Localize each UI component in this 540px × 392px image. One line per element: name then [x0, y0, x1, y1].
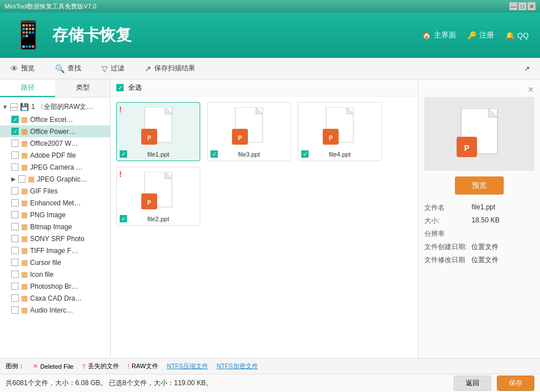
- file-card-file4[interactable]: P ✓ file4.ppt: [298, 102, 382, 161]
- svg-text:P: P: [329, 135, 333, 141]
- tree-item-caxa[interactable]: ▦ Caxa CAD Dra…: [0, 292, 110, 304]
- tab-path[interactable]: 路径: [0, 79, 55, 97]
- tree-item-bitmap[interactable]: ▦ Bitmap Image: [0, 221, 110, 233]
- tab-type[interactable]: 类型: [55, 79, 110, 97]
- tree-checkbox-powerpoint[interactable]: ✓: [11, 128, 19, 135]
- emf-icon: ▦: [21, 199, 28, 207]
- tree-item-png[interactable]: ▦ PNG Image: [0, 209, 110, 221]
- key-icon: 🔑: [467, 31, 476, 40]
- file-tree: ▼ — 💾 1 〈全部的RAW文… ✓ ▦ Office Excel… ✓ ▦ …: [0, 98, 110, 358]
- gif-icon: ▦: [21, 187, 28, 195]
- tree-checkbox-photoshop[interactable]: [11, 283, 19, 290]
- expand-arrow: ▼: [2, 104, 8, 110]
- tree-checkbox-sony[interactable]: [11, 235, 19, 242]
- tree-item-cursor[interactable]: ▦ Cursor file: [0, 256, 110, 268]
- expand-arrow-jpeg: ▶: [11, 176, 16, 182]
- file-checkbox-file2[interactable]: ✓: [120, 215, 127, 222]
- tree-label-sony: SONY SRF Photo: [30, 235, 85, 243]
- home-icon: 🏠: [422, 31, 431, 40]
- save-scan-button[interactable]: ↗ 保存扫描结果: [140, 61, 200, 75]
- file-card-file3[interactable]: P ✓ file3.ppt: [207, 102, 291, 161]
- excel-icon: ▦: [21, 115, 28, 124]
- resolution-label: 分辨率: [424, 229, 467, 239]
- toolbar: 👁 预览 🔍 查找 ▽ 过滤 ↗ 保存扫描结果 ↗: [0, 58, 540, 79]
- tree-label-png: PNG Image: [30, 211, 66, 219]
- status-info: 共6081个文件，大小：6.08 GB。 已选8个文件，大小：119.00 KB…: [6, 378, 213, 388]
- select-all-checkbox[interactable]: ✓: [116, 84, 124, 91]
- lost-icon: ?: [82, 363, 86, 370]
- close-button[interactable]: ✕: [528, 2, 535, 10]
- tree-checkbox-root[interactable]: —: [10, 103, 18, 111]
- tree-item-excel[interactable]: ✓ ▦ Office Excel…: [0, 113, 110, 125]
- export-button[interactable]: ↗: [520, 62, 534, 75]
- filter-button[interactable]: ▽ 过滤: [97, 61, 129, 75]
- preview-button[interactable]: 👁 预览: [6, 61, 39, 75]
- close-right-panel[interactable]: ✕: [424, 85, 534, 94]
- tree-checkbox-bitmap[interactable]: [11, 223, 19, 230]
- file-checkbox-file4[interactable]: ✓: [301, 150, 309, 158]
- tree-item-word[interactable]: ▦ Office2007 W…: [0, 137, 110, 149]
- preview-btn[interactable]: 预览: [455, 176, 504, 195]
- tree-item-gif[interactable]: ▦ GIF Files: [0, 185, 110, 197]
- tree-item-jpeg-camera[interactable]: ▦ JPEG Camera …: [0, 161, 110, 173]
- minimize-button[interactable]: —: [509, 2, 517, 10]
- tree-checkbox-jpeg-graphic[interactable]: [18, 175, 26, 183]
- find-button[interactable]: 🔍 查找: [50, 61, 86, 75]
- tree-item-photoshop[interactable]: ▦ Photoshop Br…: [0, 280, 110, 292]
- svg-text:P: P: [238, 135, 242, 141]
- tree-item-audio[interactable]: ▦ Audio Interc…: [0, 304, 110, 316]
- file-name-file4: file4.ppt: [301, 151, 378, 158]
- tree-item-sony[interactable]: ▦ SONY SRF Photo: [0, 233, 110, 245]
- ntfs-compressed-icon: NTFS压缩文件: [167, 362, 208, 370]
- maximize-button[interactable]: □: [518, 2, 526, 10]
- find-label: 查找: [68, 64, 81, 73]
- tree-checkbox-gif[interactable]: [11, 187, 19, 195]
- created-value: 位置文件: [471, 242, 534, 252]
- legend-raw: ! RAW文件: [128, 362, 158, 370]
- deleted-icon: ✕: [33, 363, 38, 370]
- bell-icon: 🔔: [505, 31, 514, 40]
- file-checkbox-file3[interactable]: ✓: [210, 150, 218, 158]
- tree-checkbox-audio[interactable]: [11, 306, 19, 314]
- filter-icon: ▽: [102, 64, 108, 73]
- photoshop-icon: ▦: [21, 282, 28, 290]
- tree-checkbox-tiff[interactable]: [11, 247, 19, 254]
- save-button[interactable]: 保存: [497, 376, 534, 391]
- tree-item-root[interactable]: ▼ — 💾 1 〈全部的RAW文…: [0, 100, 110, 113]
- tree-checkbox-excel[interactable]: ✓: [11, 116, 19, 123]
- tree-label-audio: Audio Interc…: [30, 306, 73, 314]
- audio-icon: ▦: [21, 306, 28, 314]
- tree-item-jpeg-graphic[interactable]: ▶ ▦ JPEG Graphic…: [0, 173, 110, 185]
- tree-checkbox-cursor[interactable]: [11, 259, 19, 266]
- tree-checkbox-caxa[interactable]: [11, 294, 19, 302]
- title-bar: MiniTool数据恢复工具免费版V7.0 — □ ✕: [0, 0, 540, 12]
- filename-value: file1.ppt: [471, 203, 534, 213]
- search-icon: 🔍: [55, 64, 65, 73]
- tree-checkbox-icon[interactable]: [11, 271, 19, 278]
- nav-qq[interactable]: 🔔 QQ: [505, 30, 529, 40]
- tree-checkbox-png[interactable]: [11, 211, 19, 218]
- file-checkbox-file1[interactable]: ✓: [120, 150, 127, 158]
- back-button[interactable]: 返回: [454, 376, 491, 391]
- warning-icon-file2: !: [119, 170, 122, 179]
- tree-label-emf: Enhanced Met…: [30, 199, 81, 207]
- file-thumbnail-file4: P: [320, 107, 360, 147]
- nav-home-label: 主界面: [434, 30, 456, 40]
- tree-item-tiff[interactable]: ▦ TIFF Image F…: [0, 245, 110, 256]
- tree-item-pdf[interactable]: ▦ Adobe PDF file: [0, 149, 110, 161]
- tree-checkbox-pdf[interactable]: [11, 151, 19, 159]
- nav-home[interactable]: 🏠 主界面: [422, 30, 456, 40]
- nav-register[interactable]: 🔑 注册: [467, 30, 494, 40]
- tree-item-icon[interactable]: ▦ Icon file: [0, 268, 110, 280]
- header: 📱 存储卡恢复 🏠 主界面 🔑 注册 🔔 QQ: [0, 12, 540, 58]
- preview-area: P: [424, 97, 534, 171]
- nav-register-label: 注册: [479, 30, 494, 40]
- file-card-file1[interactable]: ! P ✓ file1.ppt: [116, 102, 200, 161]
- tree-item-emf[interactable]: ▦ Enhanced Met…: [0, 197, 110, 209]
- tree-checkbox-emf[interactable]: [11, 199, 19, 206]
- tree-checkbox-jpeg-camera[interactable]: [11, 163, 19, 171]
- file-card-file2[interactable]: ! P ✓ file2.ppt: [116, 167, 200, 226]
- tree-checkbox-word[interactable]: [11, 140, 19, 147]
- tree-item-powerpoint[interactable]: ✓ ▦ Office Power…: [0, 125, 110, 137]
- eye-icon: 👁: [10, 64, 18, 73]
